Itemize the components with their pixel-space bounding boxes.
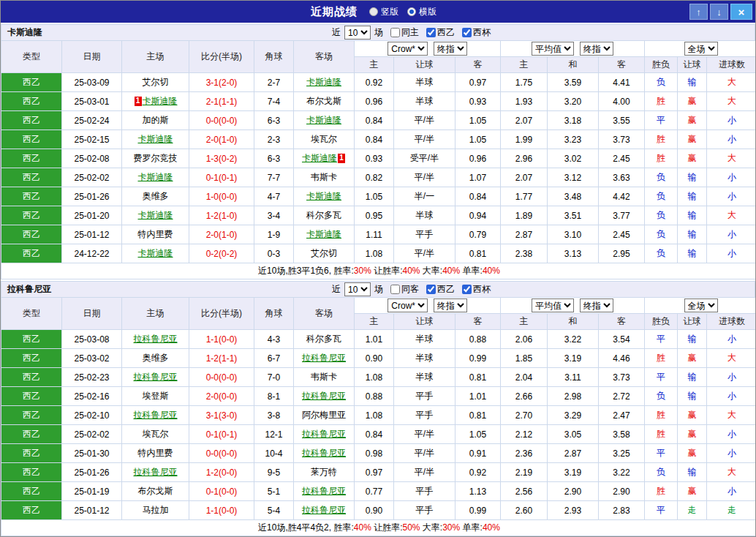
away-team-link[interactable]: 布尔戈斯 (306, 96, 341, 106)
close-button[interactable]: × (730, 4, 752, 20)
home-team-link[interactable]: 奥维多 (143, 191, 169, 201)
away-team-link[interactable]: 拉科鲁尼亚 (302, 353, 346, 363)
avg-stage-select[interactable]: 终指 (580, 298, 613, 312)
away-team-link-cell: 卡斯迪隆 (294, 111, 355, 130)
away-team-link[interactable]: 拉科鲁尼亚 (302, 486, 346, 496)
avg-draw: 3.18 (548, 111, 599, 130)
average-select[interactable]: 平均值 (532, 42, 574, 56)
away-team-link[interactable]: 拉科鲁尼亚 (302, 429, 346, 439)
same-venue-checkbox[interactable] (390, 28, 400, 37)
home-team-link[interactable]: 艾尔切 (143, 77, 169, 87)
bookmaker-select[interactable]: Crow* (388, 42, 428, 56)
odds-stage-select[interactable]: 终指 (434, 298, 467, 312)
table-row: 西乙25-02-02埃瓦尔0-1(0-1)12-1拉科鲁尼亚0.84平/半1.0… (1, 425, 756, 444)
handicap-result-value: 赢 (678, 482, 707, 501)
layout-radio-horizontal[interactable]: 横版 (407, 6, 436, 18)
avg-stage-select[interactable]: 终指 (580, 42, 613, 56)
away-team-link[interactable]: 艾尔切 (311, 248, 337, 258)
table-row: 西乙25-01-12特内里费2-0(1-0)1-9卡斯迪隆1.11平手0.792… (1, 225, 756, 244)
home-team-link[interactable]: 加的斯 (143, 115, 169, 125)
average-select-cell: 平均值 终指 (501, 298, 645, 314)
summary-label: 让胜率: (371, 266, 403, 276)
home-team-link[interactable]: 埃登斯 (143, 391, 169, 401)
corner-score: 6-3 (254, 111, 294, 130)
league-badge: 西乙 (1, 225, 62, 244)
home-team-link[interactable]: 布尔戈斯 (138, 486, 173, 496)
away-team-link[interactable]: 拉科鲁尼亚 (302, 391, 346, 401)
match-score: 0-0(0-0) (189, 111, 254, 130)
home-team-link[interactable]: 埃瓦尔 (143, 429, 169, 439)
away-team-link[interactable]: 埃瓦尔 (311, 134, 337, 144)
home-team-link[interactable]: 拉科鲁尼亚 (134, 372, 178, 382)
home-team-link[interactable]: 卡斯迪隆 (138, 172, 173, 182)
summary-label: 胜率: (331, 266, 354, 276)
cup-checkbox[interactable] (462, 28, 472, 37)
league-filter[interactable]: 西乙 (420, 283, 455, 296)
away-team-link[interactable]: 卡斯迪隆 (306, 191, 341, 201)
scroll-down-button[interactable]: ↓ (710, 4, 728, 20)
away-team-link[interactable]: 卡斯迪隆 (306, 115, 341, 125)
same-venue-filter[interactable]: 同客 (385, 283, 419, 296)
recent-count-select[interactable]: 10 (344, 282, 371, 296)
match-score: 1-0(0-0) (189, 187, 254, 206)
away-team-link[interactable]: 卡斯迪隆 (302, 153, 337, 163)
away-team-link[interactable]: 拉科鲁尼亚 (302, 505, 346, 515)
match-score: 2-0(1-0) (189, 225, 254, 244)
home-team-link[interactable]: 拉科鲁尼亚 (134, 410, 178, 420)
odds-home: 0.90 (355, 501, 394, 520)
matches-body: 西乙25-03-09艾尔切3-1(2-0)2-7卡斯迪隆0.92半球0.971.… (1, 73, 756, 263)
away-team-link[interactable]: 韦斯卡 (311, 372, 337, 382)
scroll-up-button[interactable]: ↑ (689, 4, 708, 20)
col-odds-handicap: 让球 (394, 57, 456, 73)
home-team-link[interactable]: 特内里费 (138, 448, 173, 458)
average-select[interactable]: 平均值 (532, 298, 574, 312)
home-team-link[interactable]: 费罗尔竞技 (134, 153, 178, 163)
away-team-link[interactable]: 拉科鲁尼亚 (302, 448, 346, 458)
home-team-link[interactable]: 卡斯迪隆 (138, 210, 173, 220)
same-venue-checkbox[interactable] (390, 285, 400, 294)
home-team-link[interactable]: 特内里费 (138, 229, 173, 239)
away-team-link[interactable]: 韦斯卡 (311, 172, 337, 182)
match-score: 1-3(0-2) (189, 149, 254, 168)
summary-row: 近10场,胜3平1负6, 胜率:30% 让胜率:40% 大率:40% 单率:40… (1, 263, 756, 279)
away-team-link[interactable]: 科尔多瓦 (306, 334, 341, 344)
cup-filter[interactable]: 西杯 (456, 283, 491, 296)
odds-away: 0.81 (456, 368, 501, 387)
home-team-link[interactable]: 奥维多 (143, 353, 169, 363)
cup-filter[interactable]: 西杯 (456, 26, 491, 39)
recent-count-select[interactable]: 10 (344, 26, 371, 40)
away-team-link[interactable]: 卡斯迪隆 (306, 77, 341, 87)
bookmaker-select[interactable]: Crow* (388, 298, 428, 312)
avg-away: 2.47 (599, 406, 645, 425)
away-team-link[interactable]: 科尔多瓦 (306, 210, 341, 220)
odds-stage-select[interactable]: 终指 (434, 42, 467, 56)
avg-draw: 2.90 (548, 482, 599, 501)
away-team-link[interactable]: 莱万特 (311, 467, 337, 477)
layout-radio-vertical[interactable]: 竖版 (369, 6, 398, 18)
away-team-link[interactable]: 阿尔梅里亚 (302, 410, 346, 420)
summary-value: 40% (442, 266, 460, 276)
home-team-link[interactable]: 卡斯迪隆 (138, 134, 173, 144)
home-team-link-cell: 马拉加 (122, 501, 189, 520)
avg-draw: 3.13 (548, 244, 599, 263)
result-value: 平 (645, 368, 678, 387)
avg-away: 3.73 (599, 130, 645, 149)
home-team-link[interactable]: 卡斯迪隆 (138, 248, 173, 258)
home-team-link[interactable]: 马拉加 (143, 505, 169, 515)
away-team-link[interactable]: 卡斯迪隆 (306, 229, 341, 239)
avg-draw: 3.10 (548, 225, 599, 244)
home-team-link[interactable]: 拉科鲁尼亚 (134, 467, 178, 477)
scope-select[interactable]: 全场 (684, 298, 718, 312)
league-checkbox[interactable] (426, 285, 436, 294)
league-filter[interactable]: 西乙 (420, 26, 455, 39)
home-team-link[interactable]: 拉科鲁尼亚 (134, 334, 178, 344)
scope-select[interactable]: 全场 (684, 42, 718, 56)
league-checkbox[interactable] (426, 28, 436, 37)
home-team-link[interactable]: 卡斯迪隆 (143, 96, 178, 106)
avg-home: 2.04 (501, 368, 548, 387)
match-date: 25-02-24 (62, 111, 122, 130)
same-venue-filter[interactable]: 同主 (385, 26, 419, 39)
cup-checkbox[interactable] (462, 285, 472, 294)
team-section: 卡斯迪隆 近 10 场 同主 西乙 西杯 (1, 24, 755, 279)
corner-score: 5-4 (254, 501, 294, 520)
